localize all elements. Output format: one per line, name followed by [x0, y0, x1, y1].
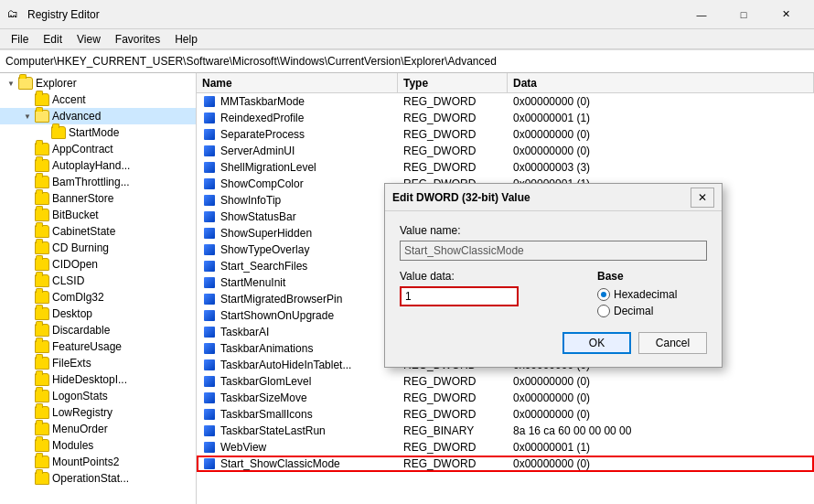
cancel-button[interactable]: Cancel	[638, 332, 707, 354]
value-data-input[interactable]	[400, 286, 519, 306]
value-data-section: Value data:	[400, 270, 588, 321]
radio-decimal[interactable]	[597, 305, 610, 317]
dialog-title-bar: Edit DWORD (32-bit) Value ✕	[385, 184, 722, 211]
radio-decimal-label: Decimal	[614, 305, 653, 317]
ok-button[interactable]: OK	[562, 332, 631, 354]
dialog-row: Value data: Base Hexadecimal Decimal	[400, 270, 707, 321]
radio-decimal-row[interactable]: Decimal	[597, 305, 707, 317]
dialog-buttons: OK Cancel	[400, 332, 707, 354]
radio-hexadecimal-row[interactable]: Hexadecimal	[597, 288, 707, 301]
dialog-body: Value name: Value data: Base Hexadecimal	[385, 211, 722, 367]
edit-dword-dialog: Edit DWORD (32-bit) Value ✕ Value name: …	[384, 183, 723, 368]
base-label: Base	[597, 270, 707, 283]
dialog-close-button[interactable]: ✕	[691, 188, 714, 208]
dialog-title: Edit DWORD (32-bit) Value	[392, 191, 691, 204]
radio-hexadecimal[interactable]	[597, 288, 610, 301]
value-name-label: Value name:	[400, 224, 707, 237]
value-name-input[interactable]	[400, 241, 707, 261]
value-data-label: Value data:	[400, 270, 588, 283]
radio-hexadecimal-label: Hexadecimal	[614, 288, 677, 301]
base-section: Base Hexadecimal Decimal	[597, 270, 707, 321]
dialog-overlay: Edit DWORD (32-bit) Value ✕ Value name: …	[0, 0, 814, 504]
